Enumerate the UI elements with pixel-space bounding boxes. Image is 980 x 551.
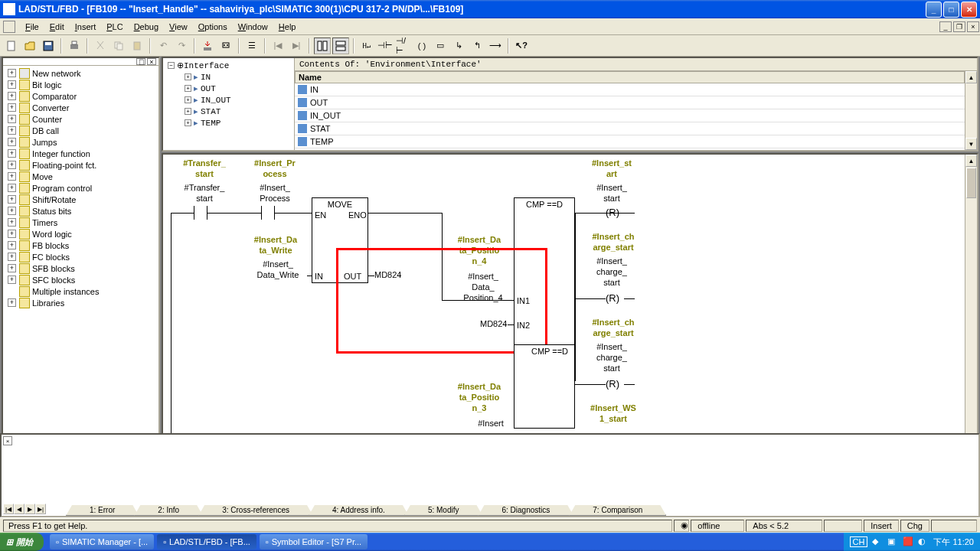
taskbar-task[interactable]: ▫Symbol Editor - [S7 Pr... (260, 534, 368, 549)
scroll-down-icon[interactable]: ▼ (965, 138, 977, 150)
catalog-item[interactable]: +Move (5, 171, 157, 182)
catalog-item[interactable]: +Converter (5, 102, 157, 113)
label-insert-start[interactable]: #Insert_st art (583, 158, 641, 179)
tab-prev-button[interactable]: ◀ (14, 504, 24, 514)
name-row[interactable]: OUT (295, 96, 965, 109)
output-close-button[interactable]: × (3, 436, 12, 445)
expand-icon[interactable]: + (8, 241, 16, 249)
taskbar-task[interactable]: ▫LAD/STL/FBD - [FB... (157, 534, 256, 549)
name-row[interactable]: IN (295, 83, 965, 96)
expand-icon[interactable]: + (8, 298, 16, 307)
name-list[interactable]: INOUTIN_OUTSTATTEMP (295, 83, 965, 150)
expand-icon[interactable]: + (8, 138, 16, 146)
label-insert-process[interactable]: #Insert_Pr ocess (244, 158, 305, 179)
name-row[interactable]: IN_OUT (295, 109, 965, 122)
menu-edit[interactable]: Edit (44, 21, 70, 33)
coil-button[interactable]: ( ) (413, 37, 430, 54)
expand-icon[interactable]: − (168, 62, 175, 69)
interface-scrollbar[interactable]: ▲ ▼ (965, 71, 977, 150)
redo-button[interactable]: ↷ (173, 37, 190, 54)
catalog-item[interactable]: +Shift/Rotate (5, 194, 157, 205)
print-button[interactable] (66, 37, 83, 54)
connection-button[interactable]: ⟶ (487, 37, 504, 54)
scroll-up-icon[interactable]: ▲ (965, 71, 977, 83)
catalog-item[interactable]: Multiple instances (5, 285, 157, 297)
tray-icon-3[interactable]: 🟥 (903, 536, 913, 547)
label-insert-charge2[interactable]: #Insert_ch arge_start (583, 317, 644, 338)
monitor-button[interactable] (217, 37, 234, 54)
label-transfer-start[interactable]: #Transfer_ start (177, 158, 232, 179)
box-button[interactable]: ▭ (432, 37, 449, 54)
expand-icon[interactable]: + (185, 73, 191, 80)
mdi-minimize[interactable]: _ (939, 21, 952, 32)
menu-debug[interactable]: Debug (129, 21, 164, 33)
expand-icon[interactable]: + (8, 195, 16, 204)
expand-icon[interactable]: + (8, 103, 16, 112)
expand-icon[interactable]: + (185, 96, 191, 103)
cmp-box-2[interactable] (514, 344, 575, 429)
interface-item[interactable]: +▸IN_OUT (165, 94, 292, 106)
expand-icon[interactable]: + (8, 230, 16, 238)
output-tab[interactable]: 3: Cross-references (198, 505, 313, 516)
contact-no-button[interactable]: ⊣⊢ (377, 37, 394, 54)
label-insert-data-pos3[interactable]: #Insert_Da ta_Positio n_3 (446, 381, 512, 413)
mdi-close[interactable]: × (967, 21, 979, 32)
menu-view[interactable]: View (164, 21, 193, 33)
help-button[interactable]: ↖? (513, 37, 530, 54)
coil-insert-charge1[interactable]: (R) (606, 292, 619, 304)
expand-icon[interactable]: + (8, 115, 16, 123)
maximize-button[interactable]: □ (943, 2, 959, 18)
tray-clock[interactable]: 下午 11:20 (933, 536, 974, 548)
interface-item[interactable]: +▸STAT (165, 106, 292, 117)
open-button[interactable] (21, 37, 38, 54)
coil-insert-start[interactable]: (R) (606, 207, 619, 218)
expand-icon[interactable]: + (8, 126, 16, 135)
save-button[interactable] (40, 37, 57, 54)
expand-icon[interactable]: + (8, 207, 16, 215)
expand-icon[interactable]: + (8, 184, 16, 192)
scroll-thumb[interactable] (966, 168, 976, 198)
catalog-item[interactable]: +Timers (5, 217, 157, 228)
catalog-item[interactable]: +SFC blocks (5, 274, 157, 285)
interface-item[interactable]: +▸OUT (165, 83, 292, 94)
output-tab[interactable]: 6: Diagnostics (478, 505, 573, 516)
cut-button[interactable] (92, 37, 109, 54)
tab-first-button[interactable]: |◀ (3, 504, 14, 514)
catalog-item[interactable]: +FB blocks (5, 240, 157, 251)
taskbar-task[interactable]: ▫SIMATIC Manager - [... (50, 534, 154, 549)
coil-insert-charge2[interactable]: (R) (606, 378, 619, 390)
catalog-item[interactable]: +Status bits (5, 205, 157, 217)
catalog-item[interactable]: +Floating-point fct. (5, 159, 157, 171)
menu-plc[interactable]: PLC (101, 21, 128, 33)
menu-file[interactable]: File (20, 21, 44, 33)
name-row[interactable]: TEMP (295, 135, 965, 148)
expand-icon[interactable]: + (185, 108, 191, 115)
interface-tree[interactable]: −⊕ Interface +▸IN+▸OUT+▸IN_OUT+▸STAT+▸TE… (163, 58, 295, 150)
mdi-restore[interactable]: ❐ (953, 21, 965, 32)
expand-icon[interactable]: + (8, 92, 16, 100)
catalog-item[interactable]: +Counter (5, 113, 157, 125)
catalog-item[interactable]: +Comparator (5, 90, 157, 102)
catalog-item[interactable]: +Program control (5, 182, 157, 194)
output-tab[interactable]: 2: Info (134, 505, 203, 516)
system-tray[interactable]: CH ◆ ▣ 🟥 ◐ 下午 11:20 (844, 533, 980, 551)
catalog-item[interactable]: +Word logic (5, 228, 157, 240)
contact-transfer-start[interactable] (194, 206, 207, 220)
label-insert-data-write[interactable]: #Insert_Da ta_Write (243, 234, 309, 256)
label-insert-charge1[interactable]: #Insert_ch arge_start (583, 231, 644, 253)
close-button[interactable]: ✕ (961, 2, 977, 18)
expand-icon[interactable]: + (8, 69, 16, 77)
minimize-button[interactable]: _ (926, 2, 942, 18)
expand-icon[interactable]: + (8, 80, 16, 89)
expand-icon[interactable]: + (8, 253, 16, 261)
panel-close-icon[interactable]: × (147, 58, 156, 65)
view-overview-button[interactable] (314, 37, 331, 54)
tray-lang[interactable]: CH (850, 536, 868, 547)
catalog-tree[interactable]: +New network+Bit logic+Comparator+Conver… (3, 66, 158, 462)
start-button[interactable]: ⊞ 開始 (0, 533, 44, 551)
expand-icon[interactable]: + (8, 149, 16, 158)
copy-button[interactable] (110, 37, 127, 54)
expand-icon[interactable]: + (8, 264, 16, 272)
view-detail-button[interactable] (332, 37, 349, 54)
undo-button[interactable]: ↶ (155, 37, 172, 54)
